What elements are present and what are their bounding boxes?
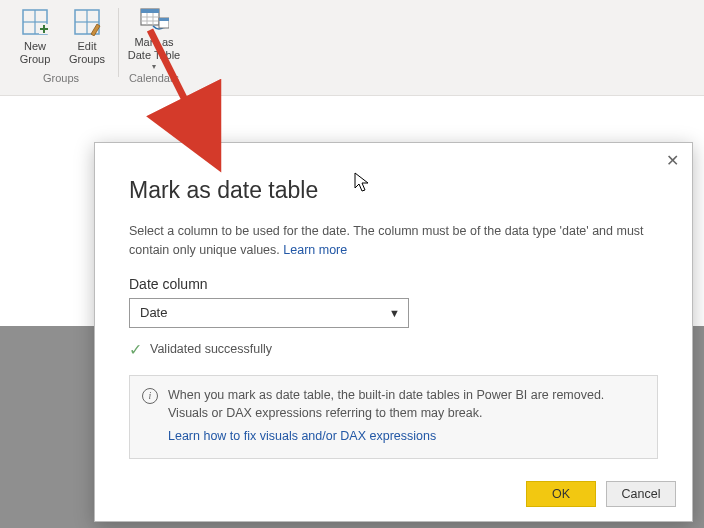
validation-status: ✓ Validated successfully [129,340,658,359]
dialog-button-row: OK Cancel [526,481,676,507]
info-icon: i [142,388,158,404]
svg-rect-10 [141,9,159,13]
date-column-selected-value: Date [140,305,167,320]
info-panel: i When you mark as date table, the built… [129,375,658,459]
ribbon-group-calendars: Mark as Date Table ▾ Calendars [121,4,187,95]
new-group-icon [19,6,51,38]
dialog-description-text: Select a column to be used for the date.… [129,224,644,257]
ribbon-separator [118,8,119,77]
ok-button[interactable]: OK [526,481,596,507]
ribbon-toolbar: New Group Edit Groups Groups [0,0,704,96]
chevron-down-icon: ▼ [389,307,400,319]
checkmark-icon: ✓ [129,340,142,359]
edit-groups-label: Edit Groups [62,40,112,65]
dialog-title: Mark as date table [129,177,658,204]
svg-rect-16 [159,18,169,21]
ribbon-group-label-calendars: Calendars [125,70,183,88]
mark-as-date-table-dialog: ✕ Mark as date table Select a column to … [94,142,693,522]
date-column-label: Date column [129,276,658,292]
close-icon: ✕ [666,152,679,169]
edit-groups-button[interactable]: Edit Groups [62,4,112,70]
close-button[interactable]: ✕ [660,149,684,173]
info-text: When you mark as date table, the built-i… [168,386,645,424]
cancel-button[interactable]: Cancel [606,481,676,507]
validation-text: Validated successfully [150,342,272,356]
ribbon-group-label-groups: Groups [10,70,112,88]
date-column-select[interactable]: Date ▼ [129,298,409,328]
ribbon-group-groups: New Group Edit Groups Groups [6,4,116,95]
fix-visuals-link[interactable]: Learn how to fix visuals and/or DAX expr… [168,427,645,446]
learn-more-link[interactable]: Learn more [283,243,347,257]
calendar-table-icon [138,6,170,34]
edit-groups-icon [71,6,103,38]
dialog-description: Select a column to be used for the date.… [129,222,658,260]
mark-as-date-table-label: Mark as Date Table [125,36,183,61]
mark-as-date-table-button[interactable]: Mark as Date Table ▾ [125,4,183,70]
new-group-label: New Group [10,40,60,65]
new-group-button[interactable]: New Group [10,4,60,70]
